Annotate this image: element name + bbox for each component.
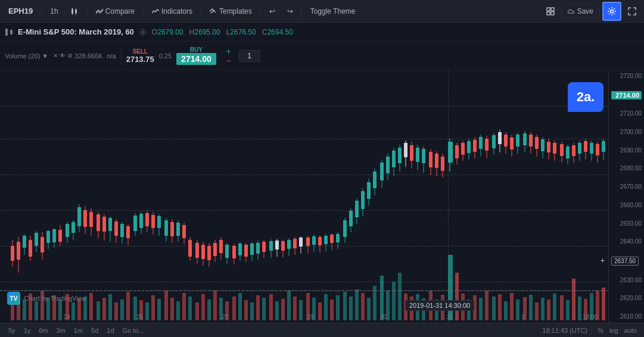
svg-rect-1 [72, 8, 73, 9]
svg-rect-254 [448, 142, 453, 163]
svg-rect-180 [219, 240, 223, 253]
timeframe-5d[interactable]: 5d [88, 326, 102, 335]
settings-button[interactable] [602, 2, 621, 21]
compare-button[interactable]: Compare [91, 5, 139, 18]
templates-label: Templates [219, 7, 252, 15]
volume-indicator-label: Volume (20) ▼ [5, 52, 48, 60]
open-label: O2679.00 [152, 28, 183, 36]
svg-rect-264 [479, 137, 483, 149]
settings-small-icon[interactable] [139, 28, 147, 36]
svg-rect-218 [336, 234, 340, 242]
svg-rect-290 [560, 144, 564, 156]
date-label-3: 3 [521, 314, 525, 320]
vol-eye[interactable]: 👁 [60, 52, 66, 59]
svg-rect-288 [553, 143, 556, 154]
sell-label: SELL [132, 48, 148, 55]
svg-rect-268 [492, 135, 496, 148]
svg-rect-238 [398, 148, 402, 163]
date-label-18: 18:00 [583, 314, 598, 320]
timeframe-6m[interactable]: 6m [35, 326, 51, 335]
svg-rect-224 [355, 201, 359, 217]
svg-rect-200 [281, 241, 285, 251]
svg-rect-242 [410, 145, 413, 161]
svg-rect-132 [71, 222, 75, 233]
timeframe-1m[interactable]: 1m [70, 326, 86, 335]
svg-rect-294 [572, 145, 575, 156]
svg-rect-122 [41, 237, 44, 252]
log-toggle[interactable]: log [607, 326, 621, 335]
svg-rect-158 [151, 215, 155, 228]
fullscreen-button[interactable] [542, 3, 559, 20]
svg-rect-120 [35, 233, 38, 246]
date-hover-tooltip: 2019-01-31 14:30:00 [405, 300, 474, 311]
svg-rect-222 [349, 211, 353, 226]
qty-input[interactable] [239, 50, 260, 62]
svg-rect-202 [287, 240, 291, 249]
chart-type-button[interactable] [66, 5, 83, 18]
crosshair-price-tag: 2637.50 [611, 257, 639, 266]
tv-logo-text: Chart by TradingView [24, 295, 86, 302]
sell-price[interactable]: 2713.75 [126, 55, 154, 64]
svg-rect-134 [77, 207, 81, 226]
timeframe-1y[interactable]: 1y [20, 326, 35, 335]
svg-rect-182 [225, 245, 229, 258]
indicators-label: Indicators [161, 7, 192, 15]
svg-rect-246 [422, 149, 425, 163]
price-2610: 2610.00 [611, 313, 642, 320]
svg-rect-258 [461, 143, 465, 155]
timeframe-5y[interactable]: 5y [5, 326, 19, 335]
svg-rect-226 [361, 191, 365, 209]
timeframe-1d[interactable]: 1d [103, 326, 117, 335]
svg-rect-198 [275, 241, 279, 249]
vol-hide[interactable]: ✕ [53, 52, 58, 59]
divider-4 [201, 5, 201, 17]
svg-rect-300 [590, 143, 593, 154]
svg-rect-196 [269, 241, 273, 251]
svg-rect-204 [293, 239, 297, 248]
auto-toggle[interactable]: auto [622, 326, 639, 335]
svg-rect-164 [170, 222, 174, 236]
redo-button[interactable]: ↪ [282, 5, 298, 18]
svg-rect-2 [72, 14, 73, 15]
indicators-button[interactable]: Indicators [147, 5, 197, 18]
adjust-crosshair-icon[interactable]: + [601, 257, 605, 265]
svg-rect-116 [23, 236, 26, 248]
qty-decrement[interactable]: − [223, 57, 234, 65]
svg-rect-8 [547, 12, 550, 15]
buy-block: BUY 2714.00 [176, 46, 216, 65]
candlestick-icon [70, 7, 79, 15]
templates-button[interactable]: Templates [205, 5, 257, 18]
trade-panel: Volume (20) ▼ ✕ 👁 ⚙ 328.666K n/a SELL 27… [0, 42, 644, 70]
svg-rect-234 [386, 157, 390, 173]
undo-button[interactable]: ↩ [265, 5, 280, 18]
svg-rect-232 [380, 163, 384, 180]
svg-rect-208 [306, 238, 310, 246]
buy-price[interactable]: 2714.00 [176, 53, 216, 65]
svg-rect-154 [139, 214, 143, 228]
svg-rect-244 [416, 148, 419, 162]
svg-rect-248 [429, 152, 433, 167]
timeframe-button[interactable]: 1h [45, 5, 63, 18]
toggle-theme-button[interactable]: Toggle Theme [306, 5, 360, 18]
goto-button[interactable]: Go to... [119, 326, 148, 335]
timeframe-3m[interactable]: 3m [53, 326, 69, 335]
symbol-label[interactable]: EPH19 [4, 4, 38, 18]
chart-area: 2720.00 2714.00 2710.00 2700.00 2690.00 … [0, 70, 644, 323]
vol-settings[interactable]: ⚙ [67, 52, 73, 59]
qty-increment[interactable]: + [223, 47, 234, 55]
tradingview-logo: TV Chart by TradingView [7, 292, 86, 305]
svg-rect-150 [126, 226, 130, 238]
svg-rect-140 [97, 214, 100, 231]
percent-toggle[interactable]: % [595, 326, 606, 335]
svg-rect-236 [392, 151, 396, 167]
svg-rect-9 [551, 12, 554, 15]
save-button[interactable]: Save [561, 4, 600, 18]
svg-rect-250 [435, 154, 438, 168]
current-price-tag: 2714.00 [611, 91, 642, 99]
price-2670: 2670.00 [611, 183, 642, 191]
divider-6 [301, 5, 302, 17]
expand-button[interactable] [624, 3, 640, 20]
date-hover-text: 2019-01-31 14:30:00 [409, 302, 470, 309]
svg-rect-278 [523, 133, 527, 145]
svg-rect-240 [404, 143, 407, 157]
